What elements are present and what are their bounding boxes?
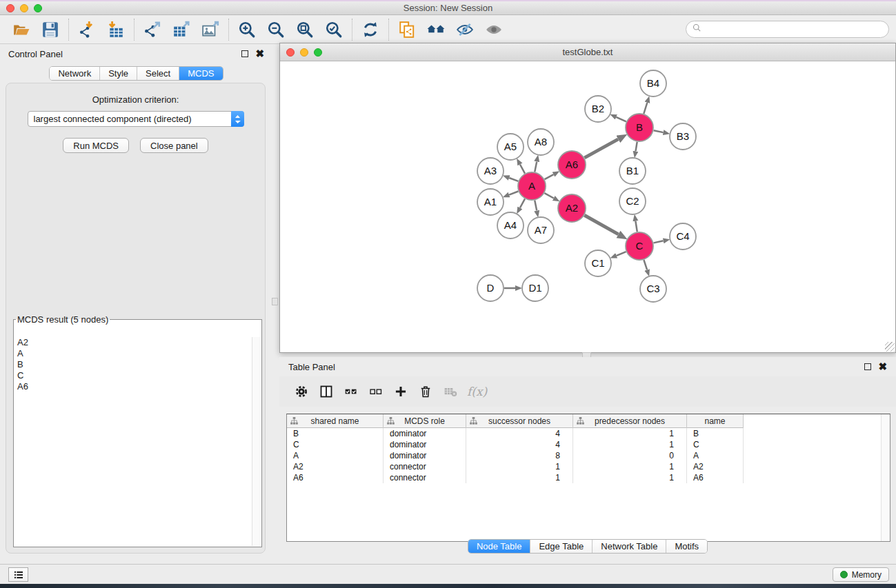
float-panel-icon[interactable]: [241, 50, 248, 57]
tab-select[interactable]: Select: [137, 67, 179, 80]
table-row[interactable]: A6connector11A6: [287, 472, 890, 483]
graph-edge-A-A4[interactable]: [520, 199, 525, 207]
graph-edge-C-C3[interactable]: [644, 260, 647, 270]
graph-edge-C-C4[interactable]: [654, 241, 664, 243]
tab-edge-table[interactable]: Edge Table: [530, 540, 592, 553]
table-cell[interactable]: B: [687, 428, 744, 439]
mcds-result-item[interactable]: A: [14, 348, 252, 359]
search-input[interactable]: [706, 24, 888, 34]
memory-button[interactable]: Memory: [833, 567, 889, 582]
table-cell[interactable]: A6: [687, 472, 744, 483]
open-file-icon[interactable]: [7, 18, 36, 41]
eye-slash-icon[interactable]: [450, 18, 479, 41]
graph-edge-B-B2[interactable]: [616, 117, 626, 122]
mcds-result-item[interactable]: B: [14, 359, 252, 370]
tab-mcds[interactable]: MCDS: [179, 67, 222, 80]
window-resize-grip[interactable]: [885, 342, 895, 352]
vertical-splitter-handle[interactable]: [272, 298, 278, 305]
export-network-icon[interactable]: [138, 18, 167, 41]
table-row[interactable]: Bdominator41B: [287, 428, 890, 439]
zoom-fit-icon[interactable]: [290, 18, 319, 41]
table-cell[interactable]: dominator: [384, 439, 466, 450]
graph-edge-A2-C[interactable]: [584, 215, 618, 234]
graph-edge-A6-B[interactable]: [584, 139, 618, 158]
close-table-panel-icon[interactable]: ✖: [878, 363, 887, 370]
graph-edge-A-A6[interactable]: [545, 174, 554, 179]
refresh-layout-icon[interactable]: [356, 18, 385, 41]
table-cell[interactable]: A6: [287, 472, 384, 483]
network-window-titlebar[interactable]: testGlobe.txt: [280, 43, 895, 61]
table-row[interactable]: Adominator80A: [287, 450, 890, 461]
table-cell[interactable]: C: [687, 439, 744, 450]
eye-icon[interactable]: [479, 18, 508, 41]
table-cell[interactable]: C: [287, 439, 384, 450]
mcds-result-item[interactable]: C: [14, 370, 252, 381]
tab-network-table[interactable]: Network Table: [592, 540, 666, 553]
table-row[interactable]: A2connector11A2: [287, 461, 890, 472]
table-cell[interactable]: 0: [573, 450, 687, 461]
result-scrollbar[interactable]: [252, 337, 261, 546]
close-panel-button[interactable]: Close panel: [140, 138, 208, 153]
float-table-panel-icon[interactable]: [864, 363, 871, 370]
import-network-icon[interactable]: [72, 18, 101, 41]
column-header-successor-nodes[interactable]: successor nodes: [466, 414, 573, 428]
window-titlebar[interactable]: Session: New Session: [0, 1, 896, 15]
table-cell[interactable]: connector: [384, 472, 466, 483]
table-cell[interactable]: connector: [384, 461, 466, 472]
graph-edge-C-C1[interactable]: [617, 252, 626, 256]
mcds-result-item[interactable]: A2: [14, 337, 252, 348]
tab-style[interactable]: Style: [99, 67, 137, 80]
import-table-icon[interactable]: [101, 18, 130, 41]
zoom-selected-icon[interactable]: [319, 18, 348, 41]
table-cell[interactable]: B: [287, 428, 384, 439]
tab-motifs[interactable]: Motifs: [666, 540, 707, 553]
table-cell[interactable]: 8: [466, 450, 573, 461]
graph-edge-A-A2[interactable]: [544, 193, 553, 198]
task-history-button[interactable]: [8, 567, 28, 582]
graph-edge-B-B4[interactable]: [644, 103, 647, 114]
column-header-shared-name[interactable]: shared name: [287, 414, 384, 428]
graph-edge-A-A8[interactable]: [535, 161, 537, 172]
function-builder-icon[interactable]: f(x): [467, 385, 487, 398]
select-all-icon[interactable]: [339, 381, 364, 403]
save-session-icon[interactable]: [36, 18, 65, 41]
zoom-in-icon[interactable]: [232, 18, 261, 41]
table-cell[interactable]: dominator: [384, 428, 466, 439]
export-table-icon[interactable]: [167, 18, 196, 41]
table-row[interactable]: Cdominator41C: [287, 439, 890, 450]
table-cell[interactable]: 1: [573, 472, 687, 483]
table-cell[interactable]: dominator: [384, 450, 466, 461]
delete-icon[interactable]: [413, 381, 438, 403]
table-cell[interactable]: 1: [573, 428, 687, 439]
optimization-select[interactable]: largest connected component (directed): [28, 111, 244, 127]
graph-edge-A-A5[interactable]: [520, 165, 525, 174]
column-header-MCDS-role[interactable]: MCDS role: [384, 414, 466, 428]
run-mcds-button[interactable]: Run MCDS: [63, 138, 129, 153]
tab-node-table[interactable]: Node Table: [468, 540, 530, 553]
graph-edge-A-A7[interactable]: [535, 201, 537, 211]
duplicate-network-icon[interactable]: [392, 18, 421, 41]
graph-edge-B-B1[interactable]: [636, 142, 637, 152]
table-cell[interactable]: A2: [287, 461, 384, 472]
export-image-icon[interactable]: [196, 18, 225, 41]
table-cell[interactable]: A: [687, 450, 744, 461]
gear-icon[interactable]: [289, 381, 314, 403]
table-cell[interactable]: A2: [687, 461, 744, 472]
table-cell[interactable]: 4: [466, 428, 573, 439]
graph-edge-A-A3[interactable]: [509, 178, 518, 181]
search-box[interactable]: [686, 21, 889, 38]
add-icon[interactable]: [388, 381, 413, 403]
graph-edge-A-A1[interactable]: [509, 192, 518, 195]
close-panel-icon[interactable]: ✖: [255, 50, 264, 57]
columns-icon[interactable]: [314, 381, 339, 403]
table-cell[interactable]: 4: [466, 439, 573, 450]
column-header-name[interactable]: name: [687, 414, 744, 428]
table-cell[interactable]: 1: [573, 439, 687, 450]
table-cell[interactable]: 1: [573, 461, 687, 472]
zoom-out-icon[interactable]: [261, 18, 290, 41]
graph-edge-C-C2[interactable]: [635, 221, 637, 232]
cybrowser-home-icon[interactable]: [421, 18, 450, 41]
deselect-all-icon[interactable]: [364, 381, 388, 403]
graph-edge-B-B3[interactable]: [654, 130, 664, 132]
network-canvas[interactable]: B4B2BB3A5A8A6A3AB1A1C2A2A4A7C4CC1C3DD1: [280, 61, 895, 352]
